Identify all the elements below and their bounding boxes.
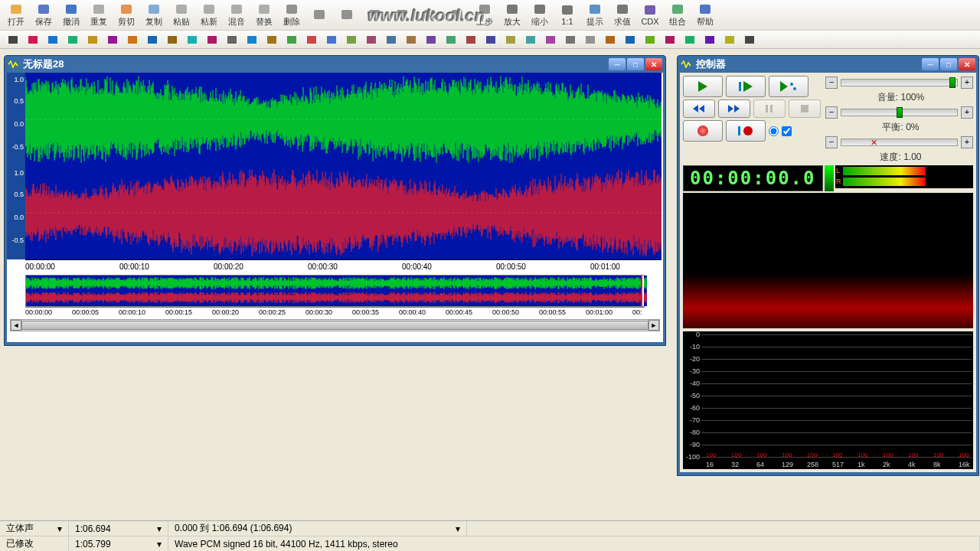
tool-26[interactable] [522,32,539,47]
tool-27[interactable] [542,32,559,47]
tool-24[interactable] [482,32,499,47]
t4-button[interactable] [389,2,415,29]
tool-33[interactable] [662,32,678,47]
duration-dropdown[interactable]: 1:06.694▾ [69,521,168,536]
paste-button[interactable]: 粘贴 [168,2,194,29]
tool-36[interactable] [721,32,738,47]
volume-slider[interactable] [841,79,958,86]
tool-7[interactable] [144,32,161,47]
replace-button[interactable]: 替换 [251,2,277,29]
tool-4[interactable] [84,32,101,47]
selection-dropdown[interactable]: 0.000 到 1:06.694 (1:06.694)▾ [168,521,467,536]
zoomout-button[interactable]: 缩小 [527,2,553,29]
tool-35[interactable] [701,32,718,47]
scroll-right-button[interactable]: ► [648,320,659,331]
tool-34[interactable] [681,32,698,47]
minimize-button[interactable]: ─ [609,58,626,70]
tool-17[interactable] [343,32,360,47]
prev-button[interactable]: 上步 [472,2,498,29]
record-button[interactable] [683,120,723,142]
help-button[interactable]: 帮助 [692,2,718,29]
cdx-button[interactable]: CDX [637,2,663,29]
play-loop-button[interactable] [726,76,766,97]
scroll-left-button[interactable]: ◄ [11,320,21,331]
tool-10[interactable] [204,32,220,47]
t6-button[interactable] [444,2,470,29]
close-button[interactable]: ✕ [959,58,975,70]
waveform-overview[interactable] [25,275,645,307]
rewind-button[interactable] [683,99,715,118]
tool-16[interactable] [323,32,340,47]
volume-minus-button[interactable]: − [825,77,838,89]
tool-6[interactable] [124,32,141,47]
horizontal-scrollbar[interactable]: ◄ ► [10,319,660,331]
volume-plus-button[interactable]: + [961,77,973,89]
open-button[interactable]: 打开 [3,2,29,29]
record-option-check[interactable] [782,126,792,136]
t2-button[interactable] [334,2,360,29]
cut-button[interactable]: 剪切 [113,2,139,29]
record-option-radio[interactable] [769,126,779,136]
tool-37[interactable] [741,32,758,47]
mix-button[interactable]: 混音 [224,2,250,29]
speed-slider[interactable]: ✕ [841,139,958,146]
save-button[interactable]: 保存 [31,2,57,29]
group-button[interactable]: 组合 [665,2,691,29]
minimize-button[interactable]: ─ [922,58,939,70]
tool-5[interactable] [104,32,121,47]
tool-30[interactable] [602,32,619,47]
tool-28[interactable] [562,32,579,47]
speed-minus-button[interactable]: − [825,136,838,148]
tool-19[interactable] [383,32,400,47]
pause-button[interactable] [753,99,786,118]
balance-plus-button[interactable]: + [961,106,973,119]
tool-13[interactable] [263,32,280,47]
redo-button[interactable]: 重复 [86,2,112,29]
balance-slider[interactable] [841,109,958,116]
copy-button[interactable]: 复制 [141,2,167,29]
tool-12[interactable] [243,32,260,47]
waveform-left-channel[interactable] [25,73,662,166]
tool-21[interactable] [423,32,439,47]
waveform-titlebar[interactable]: 无标题28 ─ □ ✕ [5,56,665,73]
tool-29[interactable] [582,32,599,47]
time-ruler-main[interactable]: 00:00:0000:00:1000:00:2000:00:3000:00:40… [25,259,662,273]
t1-button[interactable] [306,2,332,29]
tool-18[interactable] [363,32,380,47]
t3-button[interactable] [361,2,387,29]
tool-3[interactable] [64,32,81,47]
eval-button[interactable]: 求值 [609,2,635,29]
controller-titlebar[interactable]: 控制器 ─ □ ✕ [678,56,978,73]
undo-button[interactable]: 撤消 [58,2,84,29]
tool-23[interactable] [462,32,479,47]
play-selection-button[interactable] [769,76,808,97]
hint-button[interactable]: 提示 [582,2,608,29]
channels-dropdown[interactable]: 立体声 ▾ [0,521,69,536]
tool-20[interactable] [403,32,420,47]
oneone-button[interactable]: 1:1 [554,2,580,29]
tool-11[interactable] [224,32,240,47]
forward-button[interactable] [718,99,750,118]
tool-8[interactable] [164,32,181,47]
tool-1[interactable] [24,32,41,47]
play-button[interactable] [683,76,723,97]
balance-minus-button[interactable]: − [825,106,838,119]
stop-button[interactable] [789,99,821,118]
maximize-button[interactable]: □ [627,58,644,70]
speed-plus-button[interactable]: + [961,136,973,148]
scroll-thumb[interactable] [21,321,648,330]
maximize-button[interactable]: □ [940,58,957,70]
pastenew-button[interactable]: 粘新 [196,2,222,29]
tool-9[interactable] [184,32,201,47]
tool-25[interactable] [502,32,519,47]
waveform-right-channel[interactable] [25,166,662,259]
zoomin-button[interactable]: 放大 [499,2,525,29]
tool-22[interactable] [443,32,459,47]
tool-32[interactable] [642,32,658,47]
delete-button[interactable]: 删除 [279,2,305,29]
tool-15[interactable] [303,32,320,47]
t5-button[interactable] [416,2,443,29]
record-pause-button[interactable] [726,120,766,142]
close-button[interactable]: ✕ [645,58,662,70]
tool-0[interactable] [5,32,21,47]
